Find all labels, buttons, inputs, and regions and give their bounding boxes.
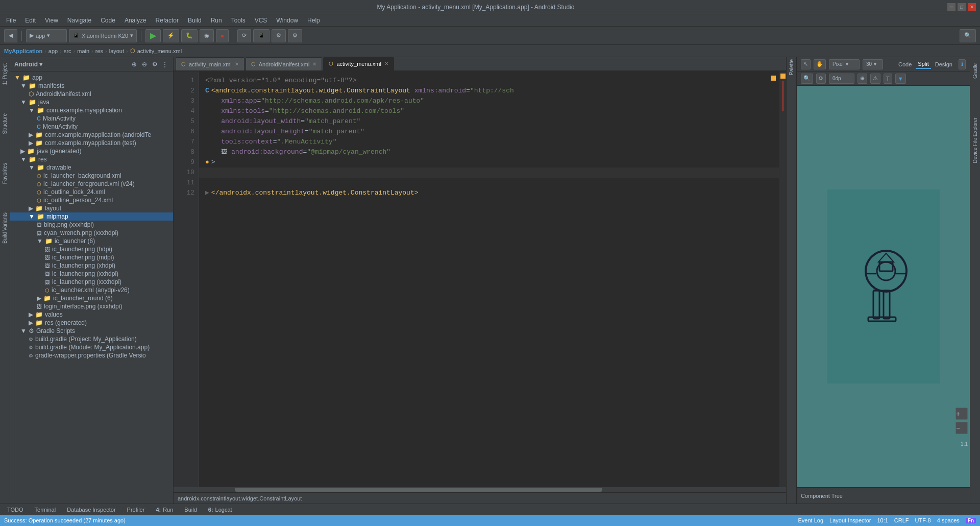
search-design-btn[interactable]: 🔍 — [801, 74, 813, 84]
tab-androidmanifest[interactable]: ⬡ AndroidManifest.xml ✕ — [246, 57, 323, 70]
breadcrumb-file[interactable]: ⬡ activity_menu.xml — [130, 47, 182, 54]
avd-button[interactable]: 📱 — [253, 29, 270, 42]
tree-item-build-gradle-project[interactable]: ⚙ build.gradle (Project: My_Application) — [10, 335, 173, 343]
breadcrumb-app[interactable]: app — [48, 48, 58, 54]
sidebar-icon-collapse[interactable]: ⊖ — [140, 60, 149, 68]
menu-refactor[interactable]: Refactor — [152, 16, 183, 25]
tree-item-pkg-test[interactable]: ▶ 📁 com.example.myapplication (test) — [10, 139, 173, 147]
tree-item-ic-launcher-xxxhdpi[interactable]: 🖼 ic_launcher.png (xxxhdpi) — [10, 278, 173, 286]
tree-item-ic-person[interactable]: ⬡ ic_outline_person_24.xml — [10, 196, 173, 204]
vtab-structure[interactable]: Structure — [1, 109, 9, 138]
error-btn[interactable]: ⚠ — [870, 74, 880, 84]
device-selector-design[interactable]: Pixel ▾ — [829, 59, 860, 69]
breadcrumb-main[interactable]: main — [77, 48, 89, 54]
status-encoding[interactable]: UTF-8 — [915, 517, 931, 523]
bottom-tab-run[interactable]: 4: Run — [151, 504, 178, 515]
settings-button[interactable]: ⚙ — [288, 29, 302, 42]
tree-item-gradle-scripts[interactable]: ▼ ⚙ Gradle Scripts — [10, 327, 173, 335]
device-selector[interactable]: 📱 Xiaomi Redmi K20 ▾ — [69, 29, 137, 42]
menu-analyze[interactable]: Analyze — [120, 16, 151, 25]
app-selector[interactable]: ▶ app ▾ — [26, 29, 67, 42]
tree-item-menuactivity[interactable]: C MenuActivity — [10, 123, 173, 131]
vtab-project[interactable]: 1: Project — [1, 59, 9, 89]
tree-item-ic-launcher-group[interactable]: ▼ 📁 ic_launcher (6) — [10, 237, 173, 245]
code-content[interactable]: <?xml version="1.0" encoding="utf-8"?> C… — [199, 71, 786, 487]
debug-button[interactable]: 🐛 — [181, 29, 198, 42]
rpanel-design-tab[interactable]: Design — [933, 60, 954, 68]
menu-run[interactable]: Run — [207, 16, 226, 25]
tree-item-ic-bg[interactable]: ⬡ ic_launcher_background.xml — [10, 172, 173, 180]
tab-close-manifest[interactable]: ✕ — [312, 61, 316, 67]
vtab-buildvariants[interactable]: Build Variants — [1, 208, 9, 248]
zoom-selector[interactable]: 30 ▾ — [863, 59, 883, 69]
tree-item-ic-fg[interactable]: ⬡ ic_launcher_foreground.xml (v24) — [10, 180, 173, 188]
tree-item-layout[interactable]: ▶ 📁 layout — [10, 204, 173, 212]
vtab-device-file-explorer[interactable]: Device File Explorer — [971, 113, 979, 167]
code-scrollbar[interactable] — [174, 487, 786, 492]
status-indent[interactable]: 4 spaces — [937, 517, 960, 523]
sdk-button[interactable]: ⚙ — [272, 29, 286, 42]
rpanel-code-tab[interactable]: Code — [896, 60, 914, 68]
sync-button[interactable]: ⟳ — [237, 29, 251, 42]
menu-vcs[interactable]: VCS — [251, 16, 272, 25]
tree-item-mainactivity[interactable]: C MainActivity — [10, 114, 173, 123]
minimize-button[interactable]: ─ — [947, 3, 955, 11]
tree-item-values[interactable]: ▶ 📁 values — [10, 310, 173, 319]
sidebar-icon-more[interactable]: ⋮ — [161, 60, 169, 68]
tab-activity-menu[interactable]: ⬡ activity_menu.xml ✕ — [323, 57, 394, 70]
event-log-link[interactable]: Event Log — [798, 517, 824, 523]
tree-item-cyan-wrench[interactable]: 🖼 cyan_wrench.png (xxxhdpi) — [10, 229, 173, 237]
menu-view[interactable]: View — [41, 16, 62, 25]
tree-item-androidmanifest[interactable]: ⬡ AndroidManifest.xml — [10, 90, 173, 98]
breadcrumb-src[interactable]: src — [64, 48, 71, 54]
bottom-tab-terminal[interactable]: Terminal — [30, 504, 61, 515]
tree-item-res[interactable]: ▼ 📁 res — [10, 155, 173, 163]
search-everywhere-button[interactable]: 🔍 — [960, 29, 976, 42]
close-button[interactable]: ✕ — [968, 3, 976, 11]
tree-item-ic-launcher-mdpi[interactable]: 🖼 ic_launcher.png (mdpi) — [10, 253, 173, 261]
tree-item-gradle-wrapper[interactable]: ⚙ gradle-wrapper.properties (Gradle Vers… — [10, 351, 173, 360]
status-line-endings[interactable]: CRLF — [894, 517, 909, 523]
code-scrollbar-thumb[interactable] — [235, 488, 602, 492]
menu-file[interactable]: File — [2, 16, 20, 25]
vtab-gradle[interactable]: Gradle — [971, 59, 979, 83]
constraint-btn[interactable]: ⊕ — [857, 74, 867, 84]
dp-input[interactable]: 0dp — [829, 74, 854, 84]
design-panning-btn[interactable]: ✋ — [814, 59, 826, 69]
tree-item-login-interface[interactable]: 🖼 login_interface.png (xxxhdpi) — [10, 302, 173, 310]
bottom-tab-todo[interactable]: TODO — [2, 504, 29, 515]
transform-btn[interactable]: ⟳ — [816, 74, 826, 84]
menu-build[interactable]: Build — [184, 16, 206, 25]
tree-item-package-main[interactable]: ▼ 📁 com.example.myapplication — [10, 106, 173, 114]
tree-item-ic-launcher-xhdpi[interactable]: 🖼 ic_launcher.png (xhdpi) — [10, 261, 173, 270]
tree-item-app[interactable]: ▼ 📁 app — [10, 74, 173, 82]
bottom-tab-logcat[interactable]: 6: Logcat — [203, 504, 237, 515]
tree-item-bing[interactable]: 🖼 bing.png (xxxhdpi) — [10, 221, 173, 229]
stop-button[interactable]: ■ — [216, 29, 229, 42]
back-button[interactable]: ◀ — [4, 29, 17, 42]
tree-item-ic-launcher-hdpi[interactable]: 🖼 ic_launcher.png (hdpi) — [10, 245, 173, 253]
tree-item-ic-launcher-xml[interactable]: ⬡ ic_launcher.xml (anydpi-v26) — [10, 286, 173, 294]
layout-inspector-link[interactable]: Layout Inspector — [829, 517, 871, 523]
tab-close-main[interactable]: ✕ — [235, 61, 239, 67]
text-mode-btn[interactable]: T — [884, 74, 892, 84]
tree-item-java[interactable]: ▼ 📁 java — [10, 98, 173, 106]
rpanel-split-tab[interactable]: Split — [916, 60, 930, 69]
zoom-in-btn[interactable]: + — [955, 408, 968, 420]
breadcrumb-layout[interactable]: layout — [109, 48, 124, 54]
menu-tools[interactable]: Tools — [227, 16, 250, 25]
tree-item-ic-lock[interactable]: ⬡ ic_outline_lock_24.xml — [10, 188, 173, 196]
menu-code[interactable]: Code — [96, 16, 119, 25]
menu-help[interactable]: Help — [303, 16, 324, 25]
run-with-coverage[interactable]: ◉ — [200, 29, 214, 42]
filter-btn[interactable]: ▼ — [895, 74, 906, 84]
bottom-tab-profiler[interactable]: Profiler — [122, 504, 150, 515]
profile-button[interactable]: ⚡ — [163, 29, 179, 42]
menu-edit[interactable]: Edit — [21, 16, 40, 25]
tab-activity-main[interactable]: ⬡ activity_main.xml ✕ — [176, 57, 244, 70]
maximize-button[interactable]: □ — [958, 3, 966, 11]
bottom-tab-build[interactable]: Build — [179, 504, 202, 515]
menu-window[interactable]: Window — [272, 16, 302, 25]
tree-item-build-gradle-module[interactable]: ⚙ build.gradle (Module: My_Application.a… — [10, 343, 173, 351]
sidebar-icon-settings[interactable]: ⚙ — [151, 60, 159, 68]
